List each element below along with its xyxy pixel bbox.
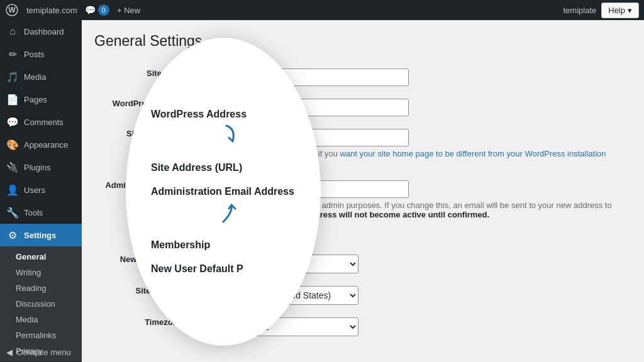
tooltip-wp-address: WordPress Address	[151, 109, 296, 150]
tooltip-arrow-2	[208, 200, 239, 225]
tooltip-new-user: New User Default P	[151, 263, 296, 275]
sidebar-label-users: Users	[24, 185, 45, 195]
page-title: General Settings	[94, 33, 631, 50]
tooltip-arrow-1	[208, 123, 239, 148]
pages-icon: 📄	[6, 93, 19, 106]
sidebar-item-posts[interactable]: ✏ Posts	[0, 43, 82, 65]
submenu-reading[interactable]: Reading	[0, 280, 82, 296]
main-layout: ⌂ Dashboard ✏ Posts 🎵 Media 📄 Pages 💬 Co…	[0, 20, 644, 362]
settings-icon: ⚙	[6, 229, 19, 241]
tools-icon: 🔧	[6, 206, 19, 219]
tooltip-overlay: WordPress Address Site Address (URL) Adm…	[126, 38, 321, 346]
submenu-writing[interactable]: Writing	[0, 265, 82, 280]
sidebar-item-media[interactable]: 🎵 Media	[0, 65, 82, 88]
help-button[interactable]: Help ▾	[601, 3, 639, 18]
tooltip-membership-label: Membership	[151, 239, 210, 250]
sidebar-item-pages[interactable]: 📄 Pages	[0, 88, 82, 111]
sidebar-label-settings: Settings	[24, 231, 56, 240]
site-name[interactable]: temiplate.com	[26, 6, 77, 15]
sidebar-item-appearance[interactable]: 🎨 Appearance	[0, 133, 82, 156]
sidebar-label-media: Media	[24, 72, 46, 82]
admin-bar: W temiplate.com 💬 0 + New temiplate Help…	[0, 0, 644, 20]
sidebar-item-dashboard[interactable]: ⌂ Dashboard	[0, 20, 82, 43]
collapse-icon: ◀	[6, 348, 13, 357]
new-content[interactable]: + New	[117, 6, 140, 15]
submenu-general[interactable]: General	[0, 249, 82, 265]
sidebar-item-users[interactable]: 👤 Users	[0, 178, 82, 201]
posts-icon: ✏	[6, 48, 19, 60]
dashboard-icon: ⌂	[6, 25, 19, 38]
admin-bar-right: temiplate Help ▾	[564, 3, 640, 18]
wp-logo[interactable]: W	[5, 3, 19, 17]
sidebar-item-settings[interactable]: ⚙ Settings	[0, 224, 82, 246]
sidebar-item-tools[interactable]: 🔧 Tools	[0, 201, 82, 224]
sidebar-label-dashboard: Dashboard	[24, 27, 64, 36]
tooltip-wp-address-label: WordPress Address	[151, 109, 247, 119]
tooltip-new-user-label: New User Default P	[151, 263, 243, 274]
collapse-label: Collapse menu	[16, 348, 71, 357]
appearance-icon: 🎨	[6, 138, 19, 151]
sidebar-label-pages: Pages	[24, 95, 47, 104]
media-icon: 🎵	[6, 70, 19, 83]
tooltip-admin-email: Administration Email Address	[151, 186, 296, 227]
tooltip-site-address: Site Address (URL)	[151, 162, 296, 173]
sidebar-label-plugins: Plugins	[24, 163, 51, 172]
content-area: General Settings Site Title WordPress Ad…	[82, 20, 644, 362]
sidebar-label-appearance: Appearance	[24, 140, 68, 150]
comments-icon: 💬	[6, 116, 19, 128]
sidebar-label-posts: Posts	[24, 50, 45, 59]
plugins-icon: 🔌	[6, 161, 19, 173]
sidebar-item-comments[interactable]: 💬 Comments	[0, 111, 82, 133]
user-name: temiplate	[564, 6, 597, 15]
collapse-menu[interactable]: ◀ Collapse menu	[0, 343, 82, 362]
tooltip-membership: Membership	[151, 239, 296, 251]
sidebar-label-tools: Tools	[24, 208, 43, 217]
primary-sidebar: ⌂ Dashboard ✏ Posts 🎵 Media 📄 Pages 💬 Co…	[0, 20, 82, 362]
sidebar-label-comments: Comments	[24, 118, 64, 127]
tooltip-admin-email-label: Administration Email Address	[151, 186, 294, 197]
submenu-discussion[interactable]: Discussion	[0, 296, 82, 312]
comment-count[interactable]: 💬 0	[85, 4, 109, 16]
svg-text:W: W	[8, 6, 16, 14]
tooltip-site-address-label: Site Address (URL)	[151, 162, 242, 173]
admin-bar-left: W temiplate.com 💬 0 + New	[5, 3, 556, 17]
submenu-media[interactable]: Media	[0, 312, 82, 327]
sidebar-item-plugins[interactable]: 🔌 Plugins	[0, 156, 82, 178]
users-icon: 👤	[6, 184, 19, 196]
submenu-permalinks[interactable]: Permalinks	[0, 327, 82, 343]
